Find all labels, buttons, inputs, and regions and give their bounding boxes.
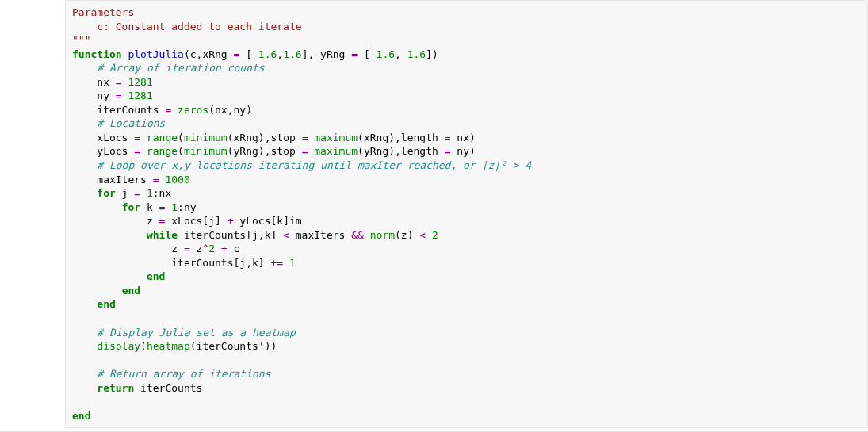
code-text: (xRng),length [358,132,445,143]
kw-function: function [72,48,122,60]
number: 1 [289,257,296,269]
docstring-line: Parameters [72,6,134,18]
op-equals: = [134,132,140,143]
call-norm: norm [370,229,395,241]
code-text: yLocs[k]im [234,215,302,227]
code-text: (nx,ny) [208,104,252,116]
code-text: xLocs[j] [165,215,227,227]
code-text: )) [265,340,277,352]
code-text: (c,xRng [184,48,234,60]
code-text [72,340,97,352]
op-lt: < [283,229,289,241]
code-text: ( [140,340,147,352]
code-text: yLocs [72,145,134,157]
code-text: j [116,187,134,199]
op-minus: - [252,48,258,60]
code-text [171,104,178,116]
op-equals: = [153,174,159,185]
function-name: plotJulia [128,48,183,60]
code-text: xLocs [72,132,134,143]
call-heatmap: heatmap [147,340,190,352]
code-text: iterCounts [134,382,202,394]
code-text: [ [239,48,252,60]
op-equals: = [184,243,190,254]
call-range: range [147,132,178,143]
code-pre: Parameters c: Constant added to each ite… [72,6,861,422]
code-comment: # Display Julia set as a heatmap [97,327,295,338]
code-text: ny [72,90,116,101]
code-text: ny) [450,145,475,157]
code-text: (xRng),stop [228,132,302,143]
op-equals: = [134,187,140,199]
kw-end: end [97,298,115,310]
code-text: ]) [426,48,438,60]
docstring-end: """ [72,34,90,46]
code-text: z [72,243,184,254]
op-plus: + [221,243,228,254]
number: 1.6 [407,48,426,60]
code-text [140,187,147,199]
notebook-cell: Parameters c: Constant added to each ite… [0,0,868,432]
code-text [426,229,432,241]
code-text: ], yRng [302,48,352,60]
code-comment: # Array of iteration counts [97,62,264,74]
kw-end: end [147,270,165,282]
call-maximum: maximum [314,132,358,143]
code-text [364,229,370,241]
code-text: (z) [395,229,419,241]
code-text [140,132,147,143]
op-and: && [351,229,364,241]
docstring-line: c: Constant added to each iterate [72,21,302,32]
number: 1281 [128,76,152,88]
code-text: :nx [153,187,171,199]
kw-for: for [97,187,115,199]
op-pluseq: += [270,257,283,269]
kw-for: for [122,201,140,213]
code-text: nx) [450,132,475,143]
code-text [215,243,221,254]
code-text [140,145,147,157]
number: 1 [171,201,178,213]
op-equals: = [116,76,122,88]
number: 1.6 [283,48,301,60]
code-comment: # Return array of iterations [97,368,270,380]
number: 1281 [128,90,152,101]
call-display: display [97,340,140,352]
code-text: iterCounts[j,k] [178,229,283,241]
code-text: maxIters [72,174,153,185]
number: 2 [208,243,215,254]
code-text: z [190,243,203,254]
code-text: :ny [178,201,196,213]
code-text: ( [178,132,184,143]
kw-end: end [122,285,140,296]
kw-return: return [97,382,134,394]
code-text: iterCounts[j,k] [72,257,270,269]
input-area: Parameters c: Constant added to each ite… [0,0,868,428]
call-maximum: maximum [314,145,358,157]
code-comment: # Locations [97,117,165,129]
code-text: [ [358,48,370,60]
code-text: (yRng),stop [228,145,302,157]
call-minimum: minimum [184,132,228,143]
code-text: , [277,48,283,60]
op-equals: = [116,90,122,101]
number: 1 [147,187,153,199]
op-equals: = [351,48,358,60]
op-adjoint: ' [258,340,265,352]
number: 1.6 [258,48,277,60]
code-block[interactable]: Parameters c: Constant added to each ite… [65,0,868,428]
code-text: c [228,243,240,254]
code-comment: # Loop over x,y locations iterating unti… [97,159,531,171]
in-prompt-col [0,0,65,428]
op-plus: + [228,215,234,227]
op-equals: = [134,145,140,157]
kw-while: while [147,229,178,241]
kw-end: end [72,410,90,422]
call-zeros: zeros [178,104,208,116]
call-range: range [147,145,178,157]
code-text: ( [178,145,184,157]
code-text: z [72,215,159,227]
code-text: , [395,48,407,60]
code-text: (iterCounts [190,340,258,352]
code-text: maxIters [289,229,351,241]
